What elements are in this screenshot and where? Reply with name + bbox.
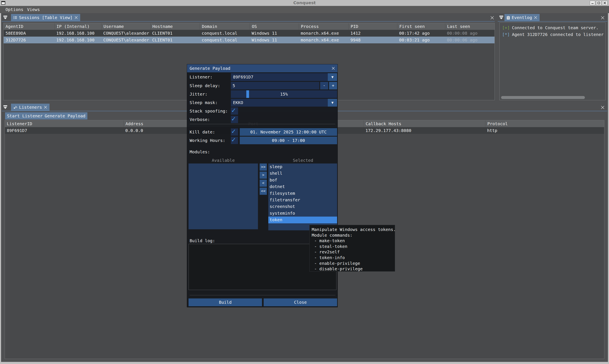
chevron-down-icon[interactable]: ▼ [328,99,337,107]
build-button[interactable]: Build [188,299,262,306]
column-header[interactable]: Protocol [485,120,604,127]
check-icon: ✓ [231,127,236,135]
eventlog-output[interactable]: [+]Connected to Conquest team server. [*… [499,22,606,100]
kill-date-field[interactable]: 01. November 2025 12:00:00 UTC [240,128,337,136]
dialog-titlebar[interactable]: Generate Payload [187,64,338,72]
working-hours-checkbox[interactable]: ✓ [231,137,238,144]
window-title: Conquest [0,0,609,6]
eventlog-panel-close-icon[interactable] [601,16,605,20]
working-hours-label: Working Hours: [190,137,225,144]
column-header[interactable]: Last seen [445,23,494,30]
tooltip-line: - token-info [312,255,395,260]
module-item[interactable]: bof [268,177,337,183]
jitter-slider[interactable]: 15% [231,90,337,98]
move-left-button[interactable]: < [260,180,267,187]
column-header[interactable]: Username [101,23,150,30]
menu-options[interactable]: Options [4,6,25,13]
verbose-checkbox[interactable]: ✓ [231,116,238,123]
sleep-delay-input[interactable]: 5 [231,82,319,90]
jitter-label: Jitter: [190,90,207,98]
column-header[interactable]: ListenerID [5,120,123,127]
column-header[interactable]: PID [348,23,397,30]
listeners-panel-close-icon[interactable] [601,105,605,110]
sleep-delay-spinbox: 5 - + [231,82,337,90]
module-item[interactable]: sleep [268,164,337,170]
column-header[interactable]: Domain [200,23,250,30]
available-header: Available [188,158,258,163]
menu-bar: Options Views [0,6,609,13]
working-hours-field[interactable]: 09:00 - 17:00 [240,137,337,144]
tab-eventlog-close-icon[interactable] [534,16,538,19]
module-tooltip: Manipulate Windows access tokens.Module … [309,225,395,272]
column-header[interactable]: Hostname [150,23,200,30]
minimize-button[interactable] [590,1,595,5]
session-row[interactable]: 312D7726192.168.168.100 CONQUEST\alexand… [4,37,494,43]
tooltip-line: Module commands: [312,233,395,238]
selected-modules-list[interactable]: sleepshellbofdotnetfilesystemfiletransfe… [268,164,337,230]
stack-spoofing-checkbox[interactable]: ✓ [231,107,238,115]
sessions-table-body: 58EE89DA192.168.168.100 CONQUEST\alexand… [4,30,494,43]
clipboard-icon [507,16,510,20]
sessions-detach-icon[interactable] [3,15,8,20]
window-titlebar: Conquest [0,0,609,6]
module-item[interactable]: filetransfer [268,197,337,203]
table-view-icon [13,16,17,19]
sessions-table-header: AgentIDIP (Internal)UsernameHostnameDoma… [4,23,494,30]
sessions-panel-close-icon[interactable] [490,16,494,20]
check-icon: ✓ [231,106,236,114]
kill-date-label: Kill date: [190,128,215,136]
tab-eventlog[interactable]: Eventlog [504,14,540,21]
column-header[interactable]: First seen [397,23,445,30]
start-listener-button[interactable]: Start Listener [5,112,45,119]
tab-listeners-close-icon[interactable] [44,105,47,109]
column-header[interactable]: Callback Hosts [364,120,485,127]
chevron-down-icon[interactable]: ▼ [328,73,337,81]
kill-date-checkbox[interactable]: ✓ [231,128,238,136]
listener-combobox[interactable]: 89F691D7 ▼ [231,73,337,81]
menu-views[interactable]: Views [26,6,41,13]
generate-payload-button[interactable]: Generate Payload [43,112,87,119]
tab-sessions-close-icon[interactable] [74,16,78,19]
module-item[interactable]: shell [268,170,337,177]
eventlog-tab-underline [498,21,607,22]
module-item[interactable]: token [268,217,337,223]
maximize-button[interactable] [596,1,602,5]
module-item[interactable]: dotnet [268,183,337,190]
selected-header: Selected [268,158,338,163]
session-row[interactable]: 58EE89DA192.168.168.100 CONQUEST\alexand… [4,30,494,37]
eventlog-line: [*]Agent 312D7726 connected to listener [502,31,605,38]
column-header[interactable]: IP (Internal) [54,23,101,30]
module-item[interactable]: systeminfo [268,210,337,217]
tooltip-line: - enable-privilege [312,260,395,266]
module-item[interactable]: filesystem [268,190,337,197]
tooltip-line: Manipulate Windows access tokens. [312,227,395,233]
check-icon: ✓ [231,136,236,143]
tab-listeners-label: Listeners [19,105,42,110]
dialog-separator [190,295,335,295]
column-header[interactable]: AgentID [4,23,54,30]
close-button[interactable] [602,1,608,5]
column-header[interactable]: OS [250,23,299,30]
listeners-detach-icon[interactable] [3,105,8,109]
sleep-mask-combobox[interactable]: EKKO ▼ [231,99,337,107]
eventlog-detach-icon[interactable] [499,15,504,20]
stack-spoofing-label: Stack spoofing: [190,107,228,115]
column-header[interactable]: Process [299,23,348,30]
jitter-value: 15% [231,90,337,98]
dialog-separator [190,124,335,124]
move-all-right-button[interactable]: >> [260,164,267,171]
move-all-left-button[interactable]: << [260,188,267,195]
tab-sessions[interactable]: Sessions [Table View] [11,14,80,21]
eventlog-horizontal-scrollbar[interactable] [501,96,585,99]
sleep-delay-increment-button[interactable]: + [329,82,337,90]
dialog-close-icon[interactable] [331,66,335,70]
jitter-slider-groove[interactable]: 15% [231,90,337,98]
antenna-icon [13,105,17,109]
tab-eventlog-label: Eventlog [512,15,532,20]
tab-listeners[interactable]: Listeners [11,104,50,111]
available-modules-list[interactable] [188,164,258,229]
module-item[interactable]: screenshot [268,203,337,210]
move-right-button[interactable]: > [260,171,267,179]
close-dialog-button[interactable]: Close [264,299,337,306]
sleep-delay-decrement-button[interactable]: - [320,82,328,90]
